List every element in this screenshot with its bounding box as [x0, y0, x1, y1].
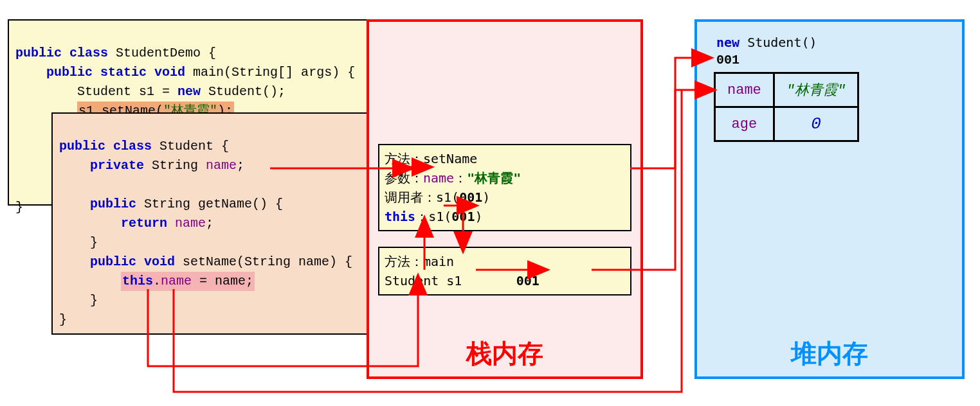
- table-row: age 0: [715, 107, 858, 141]
- heap-title: 堆内存: [697, 336, 962, 371]
- colon: ：: [415, 209, 428, 224]
- value-cell: 0: [774, 107, 858, 141]
- label-method: 方法：: [385, 152, 423, 166]
- field-name: name: [161, 274, 192, 288]
- indent: [59, 197, 90, 211]
- kw-static: static: [100, 65, 147, 80]
- heap-memory-box: new Student() 001 name "林青霞" age 0 堆内存: [694, 19, 965, 379]
- hl-this-assign: this.name = name;: [121, 272, 255, 291]
- kw-this: this: [385, 209, 415, 224]
- kw-class: class: [113, 139, 152, 154]
- close-brace: }: [59, 293, 98, 308]
- value-cell: "林青霞": [774, 73, 858, 107]
- val-method: main: [423, 254, 454, 269]
- code-text: Student(): [740, 35, 817, 50]
- method-sig: setName(String name) {: [175, 254, 352, 269]
- code-text: ;: [206, 216, 213, 231]
- param-val: "林青霞": [467, 170, 521, 186]
- code-text: Student s1 =: [77, 84, 177, 99]
- kw-public: public: [15, 46, 62, 60]
- caller-text: s1(: [436, 190, 459, 205]
- kw-this: this: [122, 274, 153, 288]
- indent: [15, 65, 46, 80]
- code-text: Student();: [201, 84, 286, 99]
- heap-addr: 001: [716, 53, 740, 67]
- kw-public: public: [59, 139, 105, 154]
- caller-text: ): [482, 190, 490, 205]
- field-name: name: [175, 216, 206, 231]
- param-name: name: [423, 170, 454, 186]
- code-text: String: [144, 158, 206, 173]
- kw-new: new: [177, 84, 201, 99]
- indent: [59, 216, 121, 231]
- kw-class: class: [69, 46, 108, 60]
- close-brace: }: [59, 235, 98, 250]
- table-row: name "林青霞": [715, 73, 858, 107]
- code-text: = name;: [192, 274, 253, 288]
- kw-return: return: [121, 216, 167, 231]
- this-text: s1(: [428, 209, 451, 224]
- field-cell: name: [715, 73, 774, 107]
- val-method: setName: [423, 151, 477, 166]
- method-sig: main(String[] args) {: [185, 65, 355, 80]
- class-name: StudentDemo {: [116, 46, 216, 60]
- class-name: Student {: [152, 139, 229, 154]
- heap-new-expr: new Student(): [716, 35, 817, 50]
- label-method: 方法：: [385, 254, 423, 269]
- close-brace: }: [15, 200, 23, 215]
- heap-object-table: name "林青霞" age 0: [714, 72, 859, 142]
- kw-public: public: [90, 197, 136, 211]
- kw-void: void: [154, 65, 185, 80]
- method-sig: String getName() {: [136, 197, 283, 211]
- caller-addr: 001: [459, 190, 482, 205]
- kw-new: new: [716, 35, 740, 50]
- var-decl: Student s1: [385, 273, 462, 288]
- stack-frame-main: 方法：main Student s1 001: [378, 247, 631, 296]
- stack-frame-setname: 方法：setName 参数：name："林青霞" 调用者：s1(001) thi…: [378, 144, 631, 231]
- field-cell: age: [715, 107, 774, 141]
- code-text: ;: [237, 158, 244, 173]
- field-name: name: [206, 158, 237, 173]
- this-addr: 001: [451, 209, 475, 224]
- code-box-student: public class Student { private String na…: [51, 112, 399, 335]
- var-addr: 001: [516, 273, 540, 288]
- indent: [59, 158, 90, 173]
- code-text: [167, 216, 175, 231]
- colon: ：: [454, 170, 467, 186]
- label-caller: 调用者：: [385, 190, 436, 204]
- kw-public: public: [46, 65, 93, 80]
- kw-void: void: [144, 254, 175, 269]
- kw-public: public: [90, 254, 136, 269]
- indent: [15, 84, 77, 99]
- stack-memory-box: 方法：setName 参数：name："林青霞" 调用者：s1(001) thi…: [367, 19, 643, 379]
- kw-private: private: [90, 158, 144, 173]
- indent: [59, 274, 121, 288]
- code-text: .: [153, 274, 161, 288]
- label-param: 参数：: [385, 171, 423, 185]
- indent: [59, 254, 90, 269]
- this-text: ): [475, 209, 482, 224]
- close-brace: }: [59, 312, 67, 327]
- stack-title: 栈内存: [369, 336, 640, 371]
